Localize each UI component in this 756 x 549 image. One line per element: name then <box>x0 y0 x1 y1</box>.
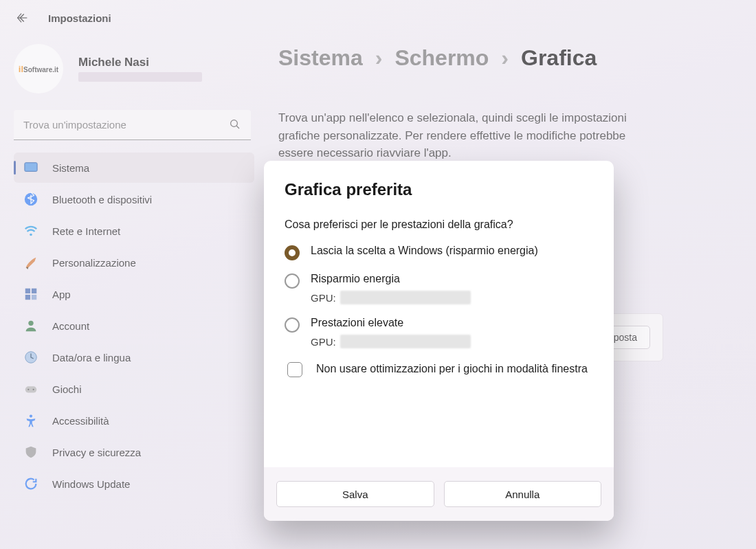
checkbox-label: Non usare ottimizzazioni per i giochi in… <box>316 361 588 377</box>
gpu-name-redacted <box>340 291 471 304</box>
dialog-title: Grafica preferita <box>285 180 593 199</box>
dialog-question: Cosa preferisci per le prestazioni della… <box>285 219 593 231</box>
radio-label: Risparmio energia <box>311 273 471 285</box>
gpu-prefix: GPU: <box>311 292 336 304</box>
gpu-name-redacted <box>340 335 471 348</box>
checkbox-windowed-optimizations[interactable] <box>287 362 302 377</box>
radio-high-performance[interactable] <box>285 317 300 333</box>
cancel-button[interactable]: Annulla <box>444 481 602 507</box>
radio-label: Prestazioni elevate <box>311 317 471 329</box>
save-button[interactable]: Salva <box>276 481 434 507</box>
radio-power-saving[interactable] <box>285 273 300 289</box>
radio-let-windows-decide[interactable] <box>285 245 300 260</box>
gpu-prefix: GPU: <box>311 336 336 348</box>
radio-label: Lascia la scelta a Windows (risparmio en… <box>311 245 538 257</box>
graphics-preference-dialog: Grafica preferita Cosa preferisci per le… <box>264 161 614 521</box>
